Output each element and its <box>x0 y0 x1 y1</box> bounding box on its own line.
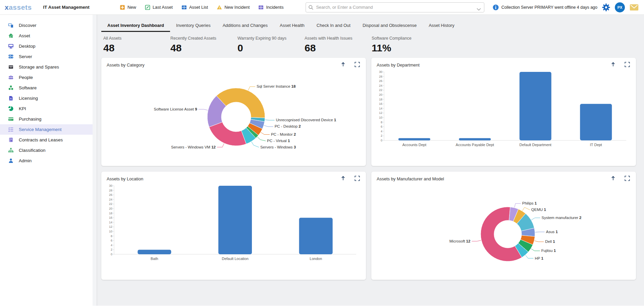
sidebar-item-label: Storage and Spares <box>19 64 59 70</box>
svg-text:Microsoft 12: Microsoft 12 <box>449 239 471 243</box>
chevron-down-icon[interactable] <box>477 6 481 9</box>
sidebar-item-classification[interactable]: Classification <box>0 145 93 156</box>
svg-text:Asus 1: Asus 1 <box>546 230 558 234</box>
license-doc-icon <box>8 95 14 101</box>
svg-text:22: 22 <box>109 202 112 206</box>
expand-icon[interactable] <box>355 62 361 68</box>
svg-text:Servers - Windows 3: Servers - Windows 3 <box>260 145 296 149</box>
svg-text:8: 8 <box>381 121 382 124</box>
action-incidents[interactable]: Incidents <box>258 5 283 10</box>
tab-asset-history[interactable]: Asset History <box>423 19 461 32</box>
sidebar-item-software[interactable]: Software <box>0 83 93 93</box>
export-arrow-icon[interactable] <box>340 176 346 182</box>
tab-asset-health[interactable]: Asset Health <box>274 19 311 32</box>
sidebar-item-server[interactable]: Server <box>0 51 93 62</box>
sidebar-item-contracts-and-leases[interactable]: Contracts and Leases <box>0 135 93 145</box>
svg-text:Servers - Windows VM 12: Servers - Windows VM 12 <box>171 145 216 149</box>
card-header: Assets by Location <box>101 172 366 182</box>
card-assets-by-manufacturer-and-model: Assets by Manufacturer and ModelPhilips … <box>371 172 636 280</box>
stat-label: All Assets <box>103 36 170 41</box>
svg-text:Accounts Payable Dept: Accounts Payable Dept <box>456 143 494 147</box>
svg-text:2: 2 <box>381 134 382 137</box>
action-new-incident[interactable]: New Incident <box>217 5 250 10</box>
svg-text:2: 2 <box>111 248 112 251</box>
tab-disposal-and-obsolescense[interactable]: Disposal and Obsolescense <box>357 19 423 32</box>
svg-text:Fujitsu 1: Fujitsu 1 <box>541 249 556 253</box>
mail-icon[interactable] <box>630 4 639 11</box>
card-title: Assets by Department <box>377 62 602 68</box>
expand-icon[interactable] <box>625 62 631 68</box>
xassets-logo[interactable]: xassets <box>5 3 32 11</box>
avatar[interactable]: PX <box>615 2 625 12</box>
sidebar-scrollbar[interactable] <box>93 15 97 306</box>
stat-label: Software Compliance <box>372 36 439 41</box>
stat-label: Assets with Health Issues <box>305 36 372 41</box>
person-icon <box>8 158 14 164</box>
sidebar-item-kpi[interactable]: KPI <box>0 103 93 114</box>
stats-row: All Assets48Recently Created Assets48War… <box>103 36 644 54</box>
card-title: Assets by Category <box>107 62 332 68</box>
checklist-icon <box>8 127 14 132</box>
export-arrow-icon[interactable] <box>610 176 616 182</box>
svg-text:IT Dept: IT Dept <box>590 143 602 147</box>
svg-text:10: 10 <box>379 116 382 119</box>
sidebar-item-people[interactable]: People <box>0 72 93 83</box>
svg-text:Accounts Dept: Accounts Dept <box>402 143 426 147</box>
svg-text:26: 26 <box>379 79 382 83</box>
search-input[interactable] <box>306 2 484 12</box>
expand-icon[interactable] <box>355 176 361 182</box>
expand-icon[interactable] <box>625 176 631 182</box>
tab-check-in-and-out[interactable]: Check In and Out <box>311 19 357 32</box>
table-grid-icon <box>258 5 264 10</box>
svg-text:22: 22 <box>379 88 382 92</box>
sidebar-item-desktop[interactable]: Desktop <box>0 41 93 51</box>
sidebar-item-discover[interactable]: Discover <box>0 20 93 31</box>
svg-text:Bath: Bath <box>151 257 158 261</box>
sidebar-item-admin[interactable]: Admin <box>0 156 93 166</box>
cubes-icon <box>8 85 14 91</box>
house-asset-icon <box>8 33 14 39</box>
action-asset-list[interactable]: Asset List <box>181 5 208 10</box>
sidebar-item-purchasing[interactable]: Purchasing <box>0 114 93 124</box>
pie-icon <box>8 106 14 112</box>
info-circle-icon[interactable] <box>493 4 499 10</box>
svg-text:4: 4 <box>381 130 382 133</box>
svg-text:0: 0 <box>381 139 382 142</box>
action-new[interactable]: New <box>120 5 136 10</box>
svg-text:HP 1: HP 1 <box>535 256 543 260</box>
action-last-asset[interactable]: Last Asset <box>145 5 173 10</box>
svg-text:24: 24 <box>109 198 112 201</box>
card-assets-by-location: Assets by Location0246810121416182022242… <box>101 172 366 280</box>
tab-asset-inventory-dashboard[interactable]: Asset Inventory Dashboard <box>101 19 170 32</box>
sidebar: DiscoverAssetDesktopServerStorage and Sp… <box>0 15 93 306</box>
gear-icon[interactable] <box>602 3 610 11</box>
svg-text:24: 24 <box>379 84 382 87</box>
svg-text:20: 20 <box>109 207 112 210</box>
tab-inventory-queries[interactable]: Inventory Queries <box>170 19 217 32</box>
export-arrow-icon[interactable] <box>340 62 346 68</box>
card-header: Assets by Department <box>371 58 636 69</box>
svg-text:PC - Monitor 2: PC - Monitor 2 <box>271 132 296 136</box>
svg-text:Software License Asset 9: Software License Asset 9 <box>154 107 197 111</box>
app-title: IT Asset Management <box>43 5 90 10</box>
sidebar-item-licensing[interactable]: Licensing <box>0 93 93 103</box>
card-header: Assets by Category <box>101 58 366 69</box>
sidebar-item-asset[interactable]: Asset <box>0 31 93 41</box>
chart-area: 024681012141618202224262830Accounts Dept… <box>371 69 636 162</box>
tab-additions-and-changes[interactable]: Additions and Changes <box>217 19 274 32</box>
svg-text:London: London <box>310 257 322 261</box>
stat-value: 68 <box>305 42 372 54</box>
content: DiscoverAssetDesktopServerStorage and Sp… <box>0 15 644 306</box>
sidebar-item-service-management[interactable]: Service Management <box>0 124 93 135</box>
sidebar-item-storage-and-spares[interactable]: Storage and Spares <box>0 62 93 72</box>
main-area: Asset Inventory DashboardInventory Queri… <box>97 15 644 306</box>
action-label: New <box>127 5 136 10</box>
export-arrow-icon[interactable] <box>610 62 616 68</box>
tree-icon <box>8 147 14 153</box>
topbar-right: Collection Server PRIMARY went offline 4… <box>493 2 639 12</box>
svg-text:14: 14 <box>109 221 112 224</box>
sidebar-item-label: Licensing <box>19 96 38 101</box>
svg-text:18: 18 <box>379 98 382 101</box>
stat-value: 0 <box>237 42 305 54</box>
svg-text:Unrecognised Discovered Device: Unrecognised Discovered Device 1 <box>276 118 336 122</box>
